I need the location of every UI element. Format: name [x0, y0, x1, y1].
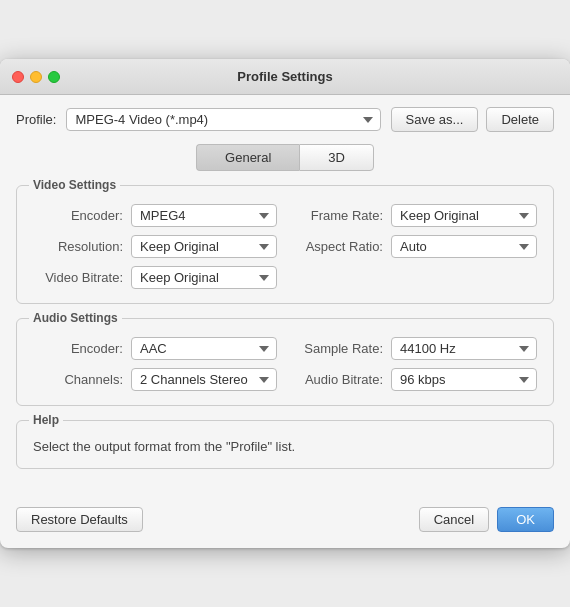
- tab-3d[interactable]: 3D: [299, 144, 374, 171]
- channels-row: Channels: 2 Channels Stereo 1 Channel Mo…: [33, 368, 277, 391]
- audio-encoder-row: Encoder: AAC MP3 AC3 Vorbis: [33, 337, 277, 360]
- sample-rate-select[interactable]: 44100 Hz 22050 Hz 48000 Hz 96000 Hz: [391, 337, 537, 360]
- video-bitrate-select[interactable]: Keep Original 500 kbps 1000 kbps 2000 kb…: [131, 266, 277, 289]
- channels-control: 2 Channels Stereo 1 Channel Mono 5.1 Sur…: [131, 368, 277, 391]
- cancel-button[interactable]: Cancel: [419, 507, 489, 532]
- window-title: Profile Settings: [237, 69, 332, 84]
- main-content: Profile: MPEG-4 Video (*.mp4) AVI MKV MO…: [0, 95, 570, 499]
- frame-rate-select[interactable]: Keep Original 23.976 25 29.97 30 60: [391, 204, 537, 227]
- video-bitrate-spacer: [293, 266, 537, 289]
- tab-bar: General 3D: [16, 144, 554, 171]
- close-button[interactable]: [12, 71, 24, 83]
- aspect-ratio-label: Aspect Ratio:: [293, 239, 383, 254]
- profile-row: Profile: MPEG-4 Video (*.mp4) AVI MKV MO…: [16, 107, 554, 132]
- audio-bitrate-select[interactable]: 96 kbps 128 kbps 192 kbps 256 kbps 320 k…: [391, 368, 537, 391]
- frame-rate-control: Keep Original 23.976 25 29.97 30 60: [391, 204, 537, 227]
- titlebar: Profile Settings: [0, 59, 570, 95]
- tab-general[interactable]: General: [196, 144, 299, 171]
- delete-button[interactable]: Delete: [486, 107, 554, 132]
- ok-button[interactable]: OK: [497, 507, 554, 532]
- audio-bitrate-row: Audio Bitrate: 96 kbps 128 kbps 192 kbps…: [293, 368, 537, 391]
- audio-bitrate-control: 96 kbps 128 kbps 192 kbps 256 kbps 320 k…: [391, 368, 537, 391]
- audio-settings-title: Audio Settings: [29, 311, 122, 325]
- video-encoder-control: MPEG4 H.264 H.265 VP9: [131, 204, 277, 227]
- help-title: Help: [29, 413, 63, 427]
- audio-encoder-label: Encoder:: [33, 341, 123, 356]
- video-bitrate-row: Video Bitrate: Keep Original 500 kbps 10…: [33, 266, 277, 289]
- minimize-button[interactable]: [30, 71, 42, 83]
- aspect-ratio-row: Aspect Ratio: Auto 4:3 16:9 16:10: [293, 235, 537, 258]
- sample-rate-row: Sample Rate: 44100 Hz 22050 Hz 48000 Hz …: [293, 337, 537, 360]
- channels-select[interactable]: 2 Channels Stereo 1 Channel Mono 5.1 Sur…: [131, 368, 277, 391]
- footer-right-buttons: Cancel OK: [419, 507, 554, 532]
- video-encoder-select[interactable]: MPEG4 H.264 H.265 VP9: [131, 204, 277, 227]
- footer: Restore Defaults Cancel OK: [0, 499, 570, 548]
- audio-settings-section: Audio Settings Encoder: AAC MP3 AC3 Vorb…: [16, 318, 554, 406]
- aspect-ratio-select[interactable]: Auto 4:3 16:9 16:10: [391, 235, 537, 258]
- video-settings-grid: Encoder: MPEG4 H.264 H.265 VP9 Frame Rat…: [33, 204, 537, 289]
- video-settings-title: Video Settings: [29, 178, 120, 192]
- video-bitrate-control: Keep Original 500 kbps 1000 kbps 2000 kb…: [131, 266, 277, 289]
- frame-rate-label: Frame Rate:: [293, 208, 383, 223]
- aspect-ratio-control: Auto 4:3 16:9 16:10: [391, 235, 537, 258]
- resolution-select[interactable]: Keep Original 320x240 640x480 1280x720 1…: [131, 235, 277, 258]
- audio-encoder-control: AAC MP3 AC3 Vorbis: [131, 337, 277, 360]
- video-encoder-row: Encoder: MPEG4 H.264 H.265 VP9: [33, 204, 277, 227]
- resolution-control: Keep Original 320x240 640x480 1280x720 1…: [131, 235, 277, 258]
- frame-rate-row: Frame Rate: Keep Original 23.976 25 29.9…: [293, 204, 537, 227]
- profile-settings-window: Profile Settings Profile: MPEG-4 Video (…: [0, 59, 570, 548]
- resolution-row: Resolution: Keep Original 320x240 640x48…: [33, 235, 277, 258]
- restore-defaults-button[interactable]: Restore Defaults: [16, 507, 143, 532]
- sample-rate-control: 44100 Hz 22050 Hz 48000 Hz 96000 Hz: [391, 337, 537, 360]
- maximize-button[interactable]: [48, 71, 60, 83]
- profile-label: Profile:: [16, 112, 56, 127]
- profile-select[interactable]: MPEG-4 Video (*.mp4) AVI MKV MOV MP3: [66, 108, 380, 131]
- video-encoder-label: Encoder:: [33, 208, 123, 223]
- profile-buttons: Save as... Delete: [391, 107, 554, 132]
- video-settings-section: Video Settings Encoder: MPEG4 H.264 H.26…: [16, 185, 554, 304]
- profile-select-wrap: MPEG-4 Video (*.mp4) AVI MKV MOV MP3: [66, 108, 380, 131]
- sample-rate-label: Sample Rate:: [293, 341, 383, 356]
- audio-bitrate-label: Audio Bitrate:: [293, 372, 383, 387]
- resolution-label: Resolution:: [33, 239, 123, 254]
- audio-settings-grid: Encoder: AAC MP3 AC3 Vorbis Sample Rate:: [33, 337, 537, 391]
- help-section: Help Select the output format from the "…: [16, 420, 554, 469]
- channels-label: Channels:: [33, 372, 123, 387]
- help-text: Select the output format from the "Profi…: [33, 439, 537, 454]
- audio-encoder-select[interactable]: AAC MP3 AC3 Vorbis: [131, 337, 277, 360]
- video-bitrate-label: Video Bitrate:: [33, 270, 123, 285]
- save-as-button[interactable]: Save as...: [391, 107, 479, 132]
- traffic-lights: [12, 71, 60, 83]
